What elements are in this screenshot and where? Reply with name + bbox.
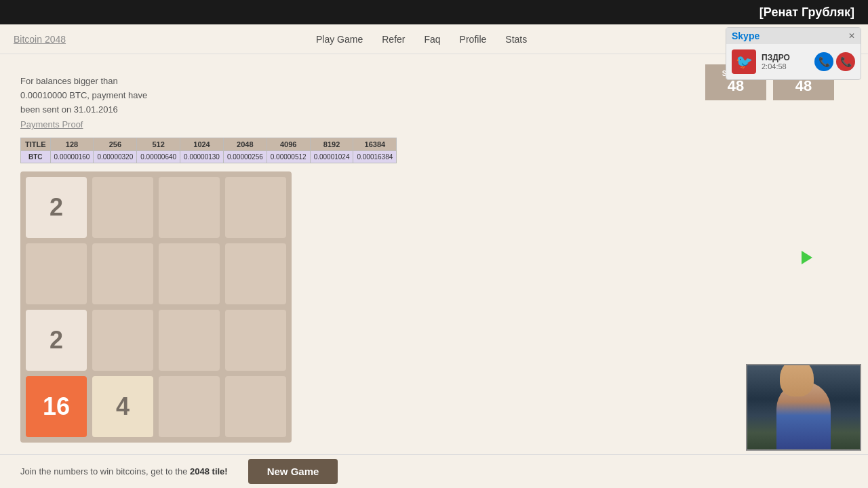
tile-r3c4 [225,310,286,371]
caller-avatar: 🐦 [732,49,756,74]
nav-links: Play Game Refer Faq Profile Stats [316,34,527,45]
tile-r4c1: 16 [26,376,87,437]
btc-val-512: 0.00000640 [137,151,180,163]
nav-stats[interactable]: Stats [505,34,527,45]
tile-r2c2 [92,243,153,304]
col-1024: 1024 [180,138,224,151]
info-line1: For balances bigger than [20,76,118,86]
caller-name: ПЗДРО [762,53,809,62]
btc-val-4096: 0.00000512 [267,151,310,163]
col-title: TITLE [21,138,51,151]
btc-val-256: 0.00000320 [94,151,137,163]
webcam-overlay [746,364,861,451]
cursor-icon [802,251,812,264]
row-btc-label: BTC [21,151,51,163]
tile-r1c1: 2 [26,177,87,238]
skype-logo: Skype [732,30,760,41]
nav-play-game[interactable]: Play Game [316,34,363,45]
col-2048: 2048 [223,138,267,151]
skype-header: Skype ✕ [726,28,861,44]
tile-r2c4 [225,243,286,304]
btc-table: TITLE 128 256 512 1024 2048 4096 8192 16… [20,138,397,163]
game-grid-wrapper: 2 2 16 4 [20,171,292,443]
top-bar: [Ренат Грубляк] [0,0,868,24]
bottom-text: Join the numbers to win bitcoins, get to… [20,466,228,476]
new-game-button[interactable]: New Game [248,459,338,484]
tile-r3c1: 2 [26,310,87,371]
tile-r1c4 [225,177,286,238]
main-content: SCORE 48 BEST 48 For balances bigger tha… [0,54,868,456]
site-title-link[interactable]: Bitcoin 2048 [14,34,66,45]
tile-r2c3 [159,243,220,304]
tile-r1c2 [92,177,153,238]
btc-val-128: 0.00000160 [50,151,94,163]
tile-r4c3 [159,376,220,437]
btc-val-2048: 0.00000256 [223,151,267,163]
nav-refer[interactable]: Refer [382,34,405,45]
tile-r1c3 [159,177,220,238]
tile-r4c2: 4 [92,376,153,437]
tile-r3c2 [92,310,153,371]
btc-header-row: TITLE 128 256 512 1024 2048 4096 8192 16… [21,138,397,151]
top-bar-title: [Ренат Грубляк] [760,5,854,20]
call-accept-button[interactable]: 📞 [814,52,833,71]
col-512: 512 [137,138,180,151]
info-line2: 0.00010000 BTC, payment have [20,90,147,100]
call-decline-button[interactable]: 📞 [836,52,855,71]
bottom-bar: Join the numbers to win bitcoins, get to… [0,454,868,488]
nav-faq[interactable]: Faq [424,34,440,45]
skype-overlay: Skype ✕ 🐦 ПЗДРО 2:04:58 📞 📞 [726,27,861,80]
info-text: For balances bigger than 0.00010000 BTC,… [20,75,224,117]
col-128: 128 [50,138,94,151]
col-16384: 16384 [353,138,397,151]
tile-r4c4 [225,376,286,437]
webcam-content [747,365,860,449]
call-actions: 📞 📞 [814,52,855,71]
payments-proof-link[interactable]: Payments Proof [20,119,848,129]
person-head [780,364,814,396]
game-grid[interactable]: 2 2 16 4 [20,171,292,443]
col-8192: 8192 [310,138,353,151]
tile-r2c1 [26,243,87,304]
call-time: 2:04:58 [762,62,809,70]
info-line3: been sent on 31.01.2016 [20,104,118,115]
bottom-text-before: Join the numbers to win bitcoins, get to… [20,466,190,476]
skype-close-button[interactable]: ✕ [848,31,855,41]
nav-profile[interactable]: Profile [460,34,487,45]
skype-call: 🐦 ПЗДРО 2:04:58 📞 📞 [726,44,861,79]
bottom-highlight: 2048 tile! [190,466,228,476]
btc-value-row: BTC 0.00000160 0.00000320 0.00000640 0.0… [21,151,397,163]
col-256: 256 [94,138,137,151]
tile-r3c3 [159,310,220,371]
btc-val-8192: 0.00001024 [310,151,353,163]
caller-info: ПЗДРО 2:04:58 [762,53,809,70]
btc-val-1024: 0.00000130 [180,151,224,163]
btc-table-wrapper: TITLE 128 256 512 1024 2048 4096 8192 16… [20,138,848,163]
col-4096: 4096 [267,138,310,151]
btc-val-16384: 0.00016384 [353,151,397,163]
